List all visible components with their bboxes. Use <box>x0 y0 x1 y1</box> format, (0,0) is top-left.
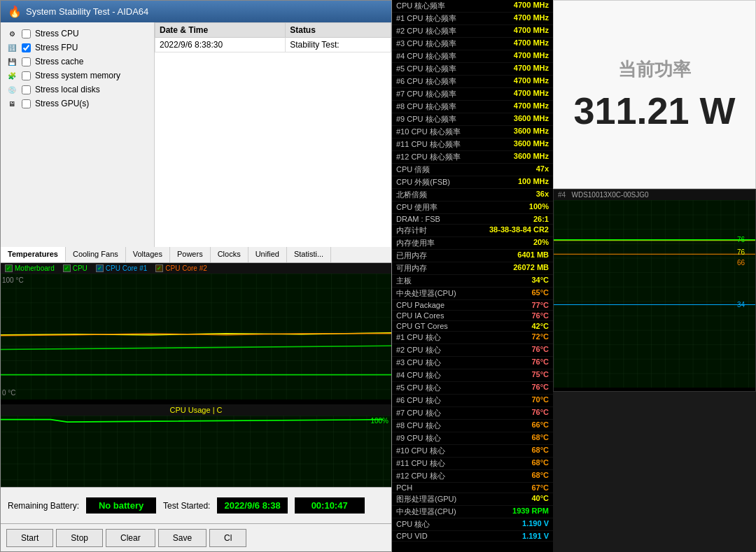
sidebar-item-stress-fpu[interactable]: 🔢 Stress FPU <box>6 42 148 53</box>
sensor-label-21: 可用内存 <box>396 263 427 274</box>
cb-core2[interactable]: ✓ CPU Core #2 <box>155 264 206 272</box>
usage-chart: CPU Usage | C 100% 0% <box>1 404 391 487</box>
test-started-label: Test Started: <box>163 501 210 511</box>
usage-chart-svg <box>1 416 391 487</box>
power-value: 311.21 W <box>573 89 735 132</box>
sensor-value-8: 4700 MHz <box>514 101 549 112</box>
sensor-row-33: #7 CPU 核心76°C <box>392 407 553 420</box>
sensor-panel: CPU 核心频率4700 MHz#1 CPU 核心频率4700 MHz#2 CP… <box>392 0 553 552</box>
chart-header: ✓ Motherboard ✓ CPU ✓ CPU Core #1 ✓ CPU … <box>1 263 391 274</box>
sensor-label-35: #9 CPU 核心 <box>396 433 441 444</box>
save-button[interactable]: Save <box>158 529 206 547</box>
sensor-value-21: 26072 MB <box>513 263 549 274</box>
sensor-label-5: #5 CPU 核心频率 <box>396 64 456 74</box>
stress-gpu-checkbox[interactable] <box>22 99 31 108</box>
stop-button[interactable]: Stop <box>56 529 103 547</box>
tab-statistics[interactable]: Statisti... <box>287 247 331 262</box>
sensor-row-34: #8 CPU 核心66°C <box>392 420 553 432</box>
fpu-icon: 🔢 <box>6 42 18 53</box>
sensor-label-42: CPU 核心 <box>396 519 430 530</box>
sensor-label-0: CPU 核心频率 <box>396 1 445 11</box>
sensor-row-37: #11 CPU 核心68°C <box>392 458 553 470</box>
cb-motherboard[interactable]: ✓ Motherboard <box>5 264 55 272</box>
sensor-row-22: 主板34°C <box>392 275 553 288</box>
sensor-row-32: #6 CPU 核心70°C <box>392 395 553 407</box>
sensor-row-40: 图形处理器(GPU)40°C <box>392 493 553 506</box>
sensor-row-19: 内存使用率20% <box>392 237 553 250</box>
sensor-row-38: #12 CPU 核心68°C <box>392 470 553 483</box>
cb-core1-label: CPU Core #1 <box>106 264 147 272</box>
sensor-row-39: PCH67°C <box>392 483 553 493</box>
tab-unified[interactable]: Unified <box>248 247 287 262</box>
stress-fpu-checkbox[interactable] <box>22 43 31 52</box>
sensor-value-41: 1939 RPM <box>512 507 549 517</box>
log-area: Date & Time Status 2022/9/6 8:38:30 Stab… <box>155 22 391 247</box>
sensor-row-20: 已用内存6401 MB <box>392 250 553 262</box>
temp-chart-body: 100 °C 0 °C <box>1 274 391 400</box>
stress-cpu-checkbox[interactable] <box>22 29 31 38</box>
sidebar-item-stress-memory[interactable]: 🧩 Stress system memory <box>6 70 148 81</box>
button-bar: Start Stop Clear Save Cl <box>1 523 391 551</box>
cb-motherboard-check[interactable]: ✓ <box>5 264 13 272</box>
cb-cpu[interactable]: ✓ CPU <box>63 264 88 272</box>
close-button[interactable]: Cl <box>209 529 246 547</box>
sensor-value-32: 70°C <box>531 395 549 406</box>
battery-label: Remaining Battery: <box>8 501 79 511</box>
stress-memory-checkbox[interactable] <box>22 71 31 80</box>
tab-clocks[interactable]: Clocks <box>211 247 248 262</box>
sensor-value-2: 4700 MHz <box>514 26 549 36</box>
sensor-value-1: 4700 MHz <box>514 13 549 24</box>
sensor-label-15: 北桥倍频 <box>396 190 427 200</box>
sensor-value-36: 68°C <box>531 446 549 456</box>
stress-memory-label: Stress system memory <box>35 71 120 80</box>
tab-powers[interactable]: Powers <box>170 247 211 262</box>
sidebar-item-stress-cpu[interactable]: ⚙ Stress CPU <box>6 28 148 39</box>
stress-gpu-label: Stress GPU(s) <box>35 99 89 108</box>
sensor-value-18: 38-38-38-84 CR2 <box>489 225 549 236</box>
sensor-label-7: #7 CPU 核心频率 <box>396 89 456 99</box>
battery-value: No battery <box>86 497 156 514</box>
sidebar-item-stress-cache[interactable]: 💾 Stress cache <box>6 56 148 67</box>
sensor-label-40: 图形处理器(GPU) <box>396 494 456 504</box>
sensor-row-26: CPU GT Cores42°C <box>392 321 553 332</box>
sensor-label-10: #10 CPU 核心频率 <box>396 127 461 137</box>
sensor-label-43: CPU VID <box>396 532 428 540</box>
gpu-icon: 🖥 <box>6 98 18 109</box>
sensor-row-17: DRAM : FSB26:1 <box>392 214 553 225</box>
sensor-row-8: #8 CPU 核心频率4700 MHz <box>392 101 553 113</box>
clear-button[interactable]: Clear <box>106 529 155 547</box>
start-button[interactable]: Start <box>6 529 53 547</box>
sidebar-item-stress-disks[interactable]: 💿 Stress local disks <box>6 84 148 95</box>
sidebar-item-stress-gpu[interactable]: 🖥 Stress GPU(s) <box>6 98 148 109</box>
sensor-row-12: #12 CPU 核心频率3600 MHz <box>392 151 553 164</box>
sensor-value-23: 65°C <box>531 288 549 299</box>
sensor-label-20: 已用内存 <box>396 250 427 261</box>
sensor-row-2: #2 CPU 核心频率4700 MHz <box>392 25 553 38</box>
sensor-value-37: 68°C <box>531 458 549 469</box>
sensor-value-35: 68°C <box>531 433 549 444</box>
sensor-label-23: 中央处理器(CPU) <box>396 288 456 299</box>
tab-voltages[interactable]: Voltages <box>126 247 170 262</box>
sensor-label-14: CPU 外频(FSB) <box>396 177 450 187</box>
tab-temperatures[interactable]: Temperatures <box>1 247 66 262</box>
stress-disks-checkbox[interactable] <box>22 85 31 94</box>
sensor-row-15: 北桥倍频36x <box>392 189 553 201</box>
cb-core1[interactable]: ✓ CPU Core #1 <box>96 264 147 272</box>
sensor-value-11: 3600 MHz <box>514 139 549 150</box>
sensor-label-9: #9 CPU 核心频率 <box>396 114 456 125</box>
svg-rect-1 <box>1 274 391 400</box>
svg-text:34: 34 <box>737 300 745 308</box>
tabs-bar: Temperatures Cooling Fans Voltages Power… <box>1 247 391 263</box>
sensor-label-33: #7 CPU 核心 <box>396 408 441 418</box>
tab-cooling-fans[interactable]: Cooling Fans <box>66 247 126 262</box>
cb-core2-check[interactable]: ✓ <box>155 264 163 272</box>
sensor-row-41: 中央处理器(CPU)1939 RPM <box>392 506 553 518</box>
sensor-label-26: CPU GT Cores <box>396 322 448 330</box>
stress-cache-checkbox[interactable] <box>22 57 31 66</box>
sensor-value-17: 26:1 <box>533 215 549 223</box>
cb-cpu-check[interactable]: ✓ <box>63 264 71 272</box>
sensor-value-39: 67°C <box>531 483 549 492</box>
sensor-row-36: #10 CPU 核心68°C <box>392 445 553 458</box>
cb-core1-check[interactable]: ✓ <box>96 264 104 272</box>
disk-header: #4 WDS10013X0C-00SJG0 <box>554 190 755 200</box>
